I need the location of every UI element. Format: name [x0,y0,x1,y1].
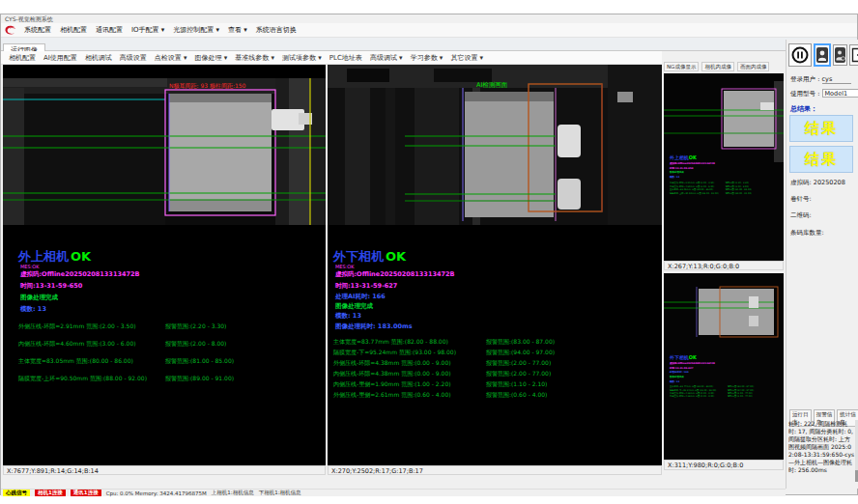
measure-row: 隔膜宽度-上环=90.50mm 范围:(88.00 - 92.00)报警范围:(… [18,375,320,392]
tab-canvas-inner[interactable]: 画面内成像 [737,62,770,71]
result-upper-text: 结果 [805,120,838,138]
upper-done-line: 图像处理完成 [20,294,58,302]
thumb-upper-cursor-status: X:267;Y:13;R:0;G:0;B:0 [664,261,784,270]
tool-image-processing[interactable]: 图像处理 ▾ [195,53,228,63]
lower-cursor-status: X:270;Y:2502;R:17;G:17;B:17 [328,465,662,475]
tool-camera-config[interactable]: 相机配置 [9,53,36,63]
upper-camera-image [3,78,326,225]
tool-baseline-params[interactable]: 基准线参数 ▾ [235,53,274,63]
exit-button[interactable] [849,44,858,66]
heartbeat-badge: 心跳信号 [3,490,30,496]
upper-measurements: 外侧压线-环隙=2.91mm 范围:(2.00 - 3.50)报警范围:(2.2… [18,322,320,392]
user-gear-icon [835,47,845,63]
pause-icon [791,46,809,64]
lower-time-line: 时间:13-31-59-627 [335,282,397,291]
camera-view-upper[interactable]: N极耳间距: 93 极柱间距:150 外上相机OK MES:OK 虚拟码:Off… [3,65,326,465]
measure-row: 主体宽度=83.05mm 范围:(80.00 - 86.00)报警范围:(81.… [18,357,320,375]
measure-row: 外侧压线-环隙=4.38mm 范围:(0.00 - 9.00)报警范围:(2.0… [333,359,652,370]
panel-stock-label: 条码库数量: [790,229,824,238]
thumb-lower-cursor-status: X:311;Y:980;R:0;G:0;B:0 [664,460,784,470]
thumb-view-lower[interactable]: 外下相机OK 虚拟码:Offline2025020813313472B 时间:1… [664,273,784,460]
panel-pin-label: 卷针号: [790,195,812,204]
lower-proc-time-line: 图像处理耗时: 183.00ms [335,322,413,331]
lower-barcode-line: 虚拟码:Offline2025020813313472B [335,270,454,279]
upper-mes-line: MES:OK [20,264,40,269]
login-user-value[interactable]: cys [822,75,851,84]
login-user-row: 登录用户：cys [790,75,851,84]
menu-system-config[interactable]: 系统配置 [24,25,51,35]
upper-cursor-status: X:7677;Y:891;R:14;G:14;B:14 [3,465,326,475]
lower-result-ok: OK [386,249,406,264]
lower-mes-line: MES:OK [335,264,355,269]
small-view-tabs: NG成像显示 相机内成像 画面内成像 [664,61,784,72]
thumb-upper-overlay: 外上相机OK 虚拟码:Offline2025020813313472B 时间:1… [670,154,784,195]
camera-connect-badge: 相机1连接 [35,490,66,496]
total-result-label: 总结果： [790,104,817,114]
result-lower-text: 结果 [805,151,838,169]
lower-camera-info: 下相机1:相机信息 [259,490,301,496]
menu-view[interactable]: 查看 ▾ [228,25,247,35]
cpu-memory-status: Cpu: 0.0% Memory: 3424.41796875M [106,490,207,496]
tab-camera-inner[interactable]: 相机内成像 [701,62,734,71]
window-title: CYS-视觉检测系统 [5,15,53,22]
panel-buttons [788,43,858,67]
tool-advanced-settings[interactable]: 高级设置 [120,53,147,63]
lower-done-line: 图像处理完成 [335,302,373,311]
panel-barcode-label: 虚拟码: 20250208 [790,179,845,187]
measure-row: 隔膜宽度-下=95.24mm 范围:(93.00 - 98.00)报警范围:(9… [333,349,652,359]
titlebar: CYS-视觉检测系统 [1,14,857,23]
comm-connect-badge: 通讯1连接 [71,490,101,496]
lower-annotation: AI检测画面 [476,81,507,90]
thumb-view-upper[interactable]: 外上相机OK 虚拟码:Offline2025020813313472B 时间:1… [664,73,784,261]
measure-row: 内侧压线-环隙=4.38mm 范围:(0.00 - 9.00)报警范围:(2.0… [333,370,652,380]
tool-plc-address[interactable]: PLC地址表 [329,53,362,63]
measure-row: 内侧压线-环隙=4.60mm 范围:(3.00 - 6.00)报警范围:(2.0… [18,340,320,357]
menubar: 系统配置 相机配置 通讯配置 IO手配置 ▾ 光源控制配置 ▾ 查看 ▾ 系统语… [1,23,857,38]
exit-door-icon [851,47,858,63]
upper-count-line: 模数: 13 [20,305,46,314]
user-settings-button[interactable] [833,44,847,66]
status-bar: 心跳信号 相机1连接 通讯1连接 Cpu: 0.0% Memory: 3424.… [1,489,786,496]
upper-camera-name: 外上相机 [18,249,69,264]
tool-ai-usage-config[interactable]: AI使用配置 [43,53,77,63]
result-box-lower: 结果 [789,146,853,173]
measure-row: 主体宽度=83.77mm 范围:(82.00 - 88.00)报警范围:(83.… [333,338,652,349]
control-panel: 登录用户：cys 使用型号：Model1 总结果： 结果 结果 虚拟码: 202… [786,40,858,489]
lower-measurements: 主体宽度=83.77mm 范围:(82.00 - 88.00)报警范围:(83.… [333,338,652,402]
tool-camera-debug[interactable]: 相机调试 [85,53,112,63]
tab-ng-display[interactable]: NG成像显示 [664,62,699,71]
user-icon [816,47,828,63]
measure-row: 外侧压线-环隙=2.91mm 范围:(2.00 - 3.50)报警范围:(2.2… [18,322,320,340]
camera-view-lower[interactable]: AI检测画面 外下相机OK MES:OK 虚拟码:Offline20250208… [328,65,662,465]
panel-qr-label: 二维码: [790,211,812,220]
upper-annotation: N极耳间距: 93 极柱间距:150 [169,82,245,91]
model-value-input[interactable]: Model1 [822,89,858,98]
menu-camera-config[interactable]: 相机配置 [60,25,87,35]
measure-row: 内侧压线-里侧=1.90mm 范围:(1.00 - 2.20)报警范围:(1.1… [333,380,652,391]
model-row: 使用型号：Model1 [790,89,858,98]
tool-learning-params[interactable]: 学习参数 ▾ [411,53,443,63]
upper-result-ok: OK [71,249,91,264]
menu-io-config[interactable]: IO手配置 ▾ [131,25,164,35]
pause-button[interactable] [788,43,812,67]
tab-strip: 运行图像 [1,38,857,51]
menu-language-switch[interactable]: 系统语言切换 [256,25,297,35]
app-window: CYS-视觉检测系统 系统配置 相机配置 通讯配置 IO手配置 ▾ 光源控制配置… [0,14,858,495]
menu-comm-config[interactable]: 通讯配置 [96,25,123,35]
upper-barcode-line: 虚拟码:Offline2025020813313472B [20,270,139,279]
lower-ai-time-line: 处理AI耗时: 166 [335,293,386,301]
upper-time-line: 时间:13-31-59-650 [20,282,82,291]
app-logo-icon [4,25,15,36]
login-user-button[interactable] [814,43,831,67]
tool-test-params[interactable]: 测试项参数 ▾ [282,53,322,63]
measure-row: 外侧压线-里侧=2.61mm 范围:(0.60 - 4.00)报警范围:(0.6… [333,391,652,402]
thumb-lower-overlay: 外下相机OK 虚拟码:Offline2025020813313472B 时间:1… [670,354,784,399]
tool-other-settings[interactable]: 其它设置 ▾ [450,53,483,63]
tool-spot-check[interactable]: 点检设置 ▾ [155,53,187,63]
upper-camera-info: 上相机1:相机信息 [212,490,254,496]
menu-light-config[interactable]: 光源控制配置 ▾ [173,25,219,35]
lower-count-line: 模数: 13 [335,312,361,321]
log-text: 耗时: 222, 间隔检测耗时: 17, 间隔分类耗时: 0, 间隔提取分区耗时… [788,420,855,482]
tool-advanced-debug[interactable]: 高级调试 ▾ [370,53,403,63]
toolbar: 相机配置 AI使用配置 相机调试 高级设置 点检设置 ▾ 图像处理 ▾ 基准线参… [1,51,662,65]
